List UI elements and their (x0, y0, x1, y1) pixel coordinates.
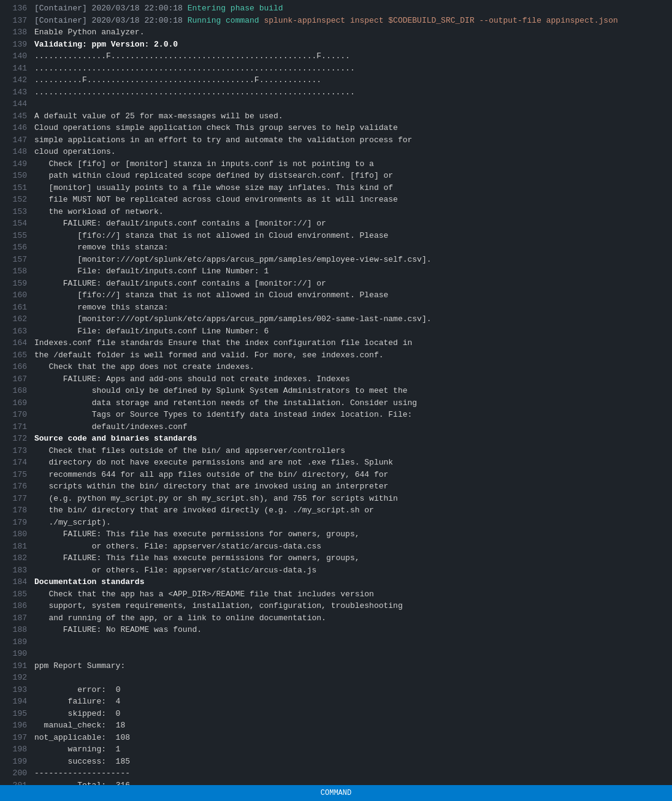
line-number: 186 (5, 600, 27, 612)
line-content: simple applications in an effort to try … (34, 134, 667, 146)
line-content: default/indexes.conf (34, 421, 667, 433)
line-content: FAILURE: No README was found. (34, 624, 667, 636)
terminal-line: 195 skipped: 0 (0, 708, 672, 720)
line-number: 164 (5, 337, 27, 349)
line-number: 176 (5, 480, 27, 493)
line-number: 142 (5, 74, 27, 86)
line-content: the workload of network. (34, 206, 667, 218)
line-number: 189 (5, 636, 27, 648)
line-content: failure: 4 (34, 696, 667, 708)
terminal-line: 147simple applications in an effort to t… (0, 134, 672, 146)
line-content: ..........F.............................… (34, 74, 667, 86)
line-number: 163 (5, 325, 27, 338)
line-number: 169 (5, 397, 27, 409)
line-content: Check [fifo] or [monitor] stanza in inpu… (34, 158, 667, 170)
terminal-line: 137[Container] 2020/03/18 22:00:18 Runni… (0, 15, 672, 27)
line-content: FAILURE: Apps and add-ons should not cre… (34, 373, 667, 385)
line-number: 166 (5, 361, 27, 373)
line-content: Enable Python analyzer. (34, 26, 667, 39)
line-number: 172 (5, 433, 27, 445)
line-number: 146 (5, 122, 27, 134)
terminal-line: 198 warning: 1 (0, 743, 672, 756)
terminal-line: 193 error: 0 (0, 684, 672, 696)
terminal-line: 185 Check that the app has a <APP_DIR>/R… (0, 588, 672, 601)
line-number: 175 (5, 469, 27, 481)
line-number: 150 (5, 170, 27, 182)
terminal-line: 154 FAILURE: default/inputs.conf contain… (0, 218, 672, 230)
bottom-bar-text: COMMAND (321, 788, 351, 799)
line-number: 138 (5, 26, 27, 39)
line-content: recommends 644 for all app files outside… (34, 469, 667, 481)
line-number: 165 (5, 349, 27, 362)
line-content: or others. File: appserver/static/arcus-… (34, 564, 667, 577)
line-number: 141 (5, 63, 27, 75)
terminal-line: 166 Check that the app does not create i… (0, 361, 672, 373)
line-content: Check that the app does not create index… (34, 361, 667, 373)
line-number: 200 (5, 767, 27, 780)
line-content: Source code and binaries standards (34, 433, 667, 445)
line-number: 158 (5, 265, 27, 278)
line-content: [monitor:///opt/splunk/etc/apps/arcus_pp… (34, 313, 667, 325)
terminal-line: 150 path within cloud replicated scope d… (0, 170, 672, 182)
terminal-line: 144 (0, 98, 672, 110)
line-content: Documentation standards (34, 576, 667, 588)
terminal-line: 187 and running of the app, or a link to… (0, 612, 672, 624)
terminal-line: 181 or others. File: appserver/static/ar… (0, 541, 672, 553)
line-number: 182 (5, 552, 27, 564)
terminal-line: 170 Tags or Source Types to identify dat… (0, 409, 672, 421)
line-number: 174 (5, 457, 27, 469)
terminal-line: 169 data storage and retention needs of … (0, 397, 672, 409)
terminal-line: 194 failure: 4 (0, 696, 672, 708)
terminal-line: 177 (e.g. python my_script.py or sh my_s… (0, 493, 672, 505)
terminal-line: 161 remove this stanza: (0, 302, 672, 314)
line-content: the bin/ directory that are invoked dire… (34, 504, 667, 517)
line-number: 148 (5, 146, 27, 158)
line-number: 144 (5, 98, 27, 110)
terminal-line: 162 [monitor:///opt/splunk/etc/apps/arcu… (0, 313, 672, 325)
line-content: success: 185 (34, 756, 667, 768)
line-content: or others. File: appserver/static/arcus-… (34, 541, 667, 553)
line-content: Validating: ppm Version: 2.0.0 (34, 39, 667, 51)
terminal-line: 157 [monitor:///opt/splunk/etc/apps/arcu… (0, 254, 672, 266)
line-number: 194 (5, 696, 27, 708)
line-number: 187 (5, 612, 27, 624)
terminal-output: 136[Container] 2020/03/18 22:00:18 Enter… (0, 0, 672, 801)
terminal-line: 148cloud operations. (0, 146, 672, 158)
line-number: 147 (5, 134, 27, 146)
terminal-line: 153 the workload of network. (0, 206, 672, 218)
line-content: A default value of 25 for max-messages w… (34, 110, 667, 123)
terminal-line: 186 support, system requirements, instal… (0, 600, 672, 612)
terminal-line: 191ppm Report Summary: (0, 660, 672, 672)
terminal-line: 188 FAILURE: No README was found. (0, 624, 672, 636)
line-number: 177 (5, 493, 27, 505)
line-number: 184 (5, 576, 27, 588)
line-content: Cloud operations simple application chec… (34, 122, 667, 134)
line-content: [fifo://] stanza that is not allowed in … (34, 230, 667, 242)
line-number: 156 (5, 241, 27, 254)
line-number: 168 (5, 385, 27, 397)
line-number: 145 (5, 110, 27, 123)
line-number: 188 (5, 624, 27, 636)
line-number: 170 (5, 409, 27, 421)
terminal-line: 178 the bin/ directory that are invoked … (0, 504, 672, 517)
terminal-line: 189 (0, 636, 672, 648)
line-number: 161 (5, 302, 27, 314)
line-content: remove this stanza: (34, 302, 667, 314)
line-number: 162 (5, 313, 27, 325)
line-number: 137 (5, 15, 27, 27)
terminal-line: 171 default/indexes.conf (0, 421, 672, 433)
terminal-line: 163 File: default/inputs.conf Line Numbe… (0, 325, 672, 338)
terminal-line: 156 remove this stanza: (0, 241, 672, 254)
line-number: 196 (5, 719, 27, 732)
terminal-line: 182 FAILURE: This file has execute permi… (0, 552, 672, 564)
bottom-status-bar: COMMAND (0, 785, 672, 801)
line-content: File: default/inputs.conf Line Number: 6 (34, 325, 667, 338)
line-content: FAILURE: default/inputs.conf contains a … (34, 278, 667, 290)
line-content: support, system requirements, installati… (34, 600, 667, 612)
line-content: [fifo://] stanza that is not allowed in … (34, 289, 667, 302)
line-content: not_applicable: 108 (34, 732, 667, 744)
line-number: 157 (5, 254, 27, 266)
line-content: FAILURE: This file has execute permissio… (34, 528, 667, 541)
line-number: 171 (5, 421, 27, 433)
line-number: 140 (5, 50, 27, 63)
